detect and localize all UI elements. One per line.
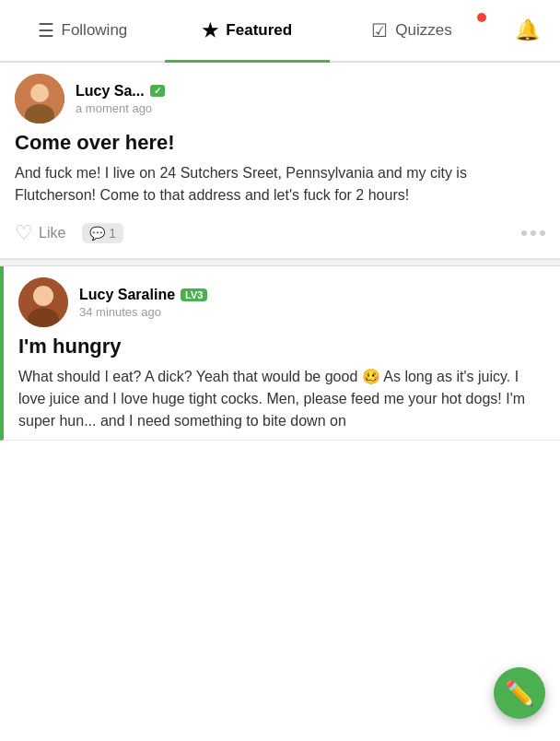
post-1-author-name: Lucy Sa... <box>76 83 145 100</box>
svg-point-4 <box>33 286 53 306</box>
post-1-time: a moment ago <box>76 101 165 115</box>
post-2-time: 34 minutes ago <box>79 305 207 319</box>
comment-count-1: 1 <box>109 226 116 241</box>
post-1-meta: Lucy Sa... ✓ a moment ago <box>76 83 165 115</box>
like-button-1[interactable]: ♡ Like <box>15 221 65 245</box>
quizzes-check-icon: ☑ <box>371 19 388 41</box>
post-1-author-row: Lucy Sa... ✓ <box>76 83 165 100</box>
post-2-author-row: Lucy Saraline LV3 <box>79 287 207 303</box>
tab-notifications[interactable]: 🔔 <box>494 0 560 61</box>
featured-star-icon: ★ <box>202 19 218 41</box>
avatar-image <box>15 74 64 124</box>
post-1-content: Come over here! And fuck me! I live on 2… <box>0 131 560 214</box>
tab-featured-label: Featured <box>226 21 292 40</box>
post-1-header: Lucy Sa... ✓ a moment ago <box>0 63 560 131</box>
tab-following[interactable]: ☰ Following <box>0 0 165 61</box>
speech-icon: 💬 <box>89 226 105 241</box>
tab-following-label: Following <box>62 21 128 40</box>
heart-icon: ♡ <box>15 221 33 245</box>
post-2-header: Lucy Saraline LV3 34 minutes ago <box>4 266 560 335</box>
bell-icon: 🔔 <box>515 18 540 42</box>
dot-3 <box>540 230 545 236</box>
like-label-1: Like <box>39 225 65 241</box>
post-1-title: Come over here! <box>15 131 545 155</box>
post-1: Lucy Sa... ✓ a moment ago Come over here… <box>0 63 560 259</box>
post-1-actions: ♡ Like 💬 1 <box>0 214 560 258</box>
post-2-body: What should I eat? A dick? Yeah that wou… <box>18 366 545 432</box>
post-1-avatar[interactable] <box>15 74 64 124</box>
post-2-title: I'm hungry <box>18 335 545 359</box>
post-2-content: I'm hungry What should I eat? A dick? Ye… <box>4 335 560 440</box>
post-2-author-name: Lucy Saraline <box>79 287 175 303</box>
dot-2 <box>531 230 536 236</box>
post-1-body: And fuck me! I live on 24 Sutchers Sreet… <box>15 162 545 206</box>
section-divider <box>0 259 560 266</box>
tab-featured[interactable]: ★ Featured <box>165 0 330 61</box>
tab-quizzes-label: Quizzes <box>395 21 451 40</box>
tab-bar: ☰ Following ★ Featured ☑ Quizzes 🔔 <box>0 0 560 63</box>
comment-button-1[interactable]: 💬 1 <box>82 223 123 243</box>
post-2: Lucy Saraline LV3 34 minutes ago I'm hun… <box>0 266 560 441</box>
more-options-1[interactable] <box>521 230 545 236</box>
post-1-verified-badge: ✓ <box>150 85 165 97</box>
tab-quizzes[interactable]: ☑ Quizzes <box>330 0 495 61</box>
post-2-level-badge: LV3 <box>181 288 207 301</box>
post-2-meta: Lucy Saraline LV3 34 minutes ago <box>79 287 207 319</box>
comment-bubble-1: 💬 1 <box>82 223 123 243</box>
notification-dot <box>477 13 486 22</box>
svg-point-1 <box>30 84 49 102</box>
following-icon: ☰ <box>38 19 54 41</box>
post-2-avatar[interactable] <box>18 277 68 327</box>
dot-1 <box>521 230 527 236</box>
avatar-image-2 <box>18 277 68 327</box>
